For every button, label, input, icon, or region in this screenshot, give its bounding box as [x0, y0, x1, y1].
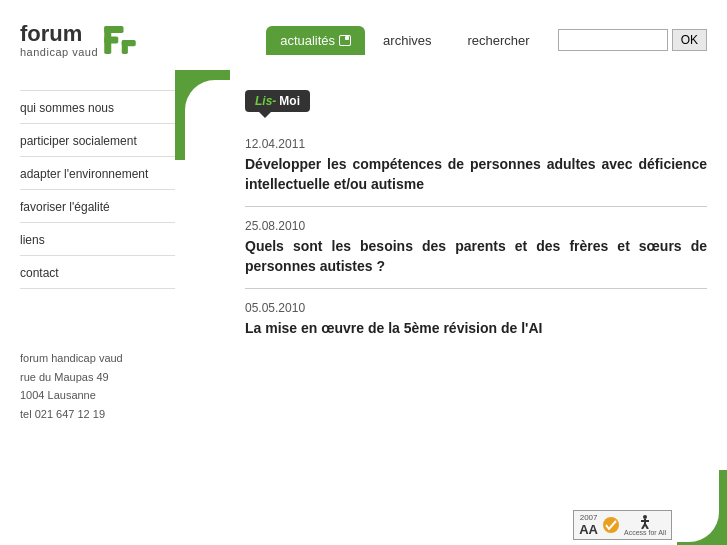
svg-rect-7	[345, 36, 349, 40]
article-date-0: 12.04.2011	[245, 137, 707, 151]
sidebar-link-1[interactable]: participer socialement	[20, 124, 175, 157]
sidebar-link-4[interactable]: liens	[20, 223, 175, 256]
article-0: 12.04.2011Développer les compétences de …	[245, 137, 707, 207]
access-aa-label: AA	[579, 522, 598, 537]
article-title-0[interactable]: Développer les compétences de personnes …	[245, 155, 707, 194]
layout: qui sommes nousparticiper socialementada…	[0, 70, 727, 545]
nav-actualites-label: actualités	[280, 33, 335, 48]
article-1: 25.08.2010Quels sont les besoins des par…	[245, 219, 707, 289]
article-title-1[interactable]: Quels sont les besoins des parents et de…	[245, 237, 707, 276]
logo-sub: handicap vaud	[20, 46, 98, 58]
nav-actualites[interactable]: actualités	[266, 26, 365, 55]
access-checkmark-icon	[602, 516, 620, 534]
logo-text: forum handicap vaud	[20, 22, 98, 58]
article-title-2[interactable]: La mise en œuvre de la 5ème révision de …	[245, 319, 707, 339]
sidebar-link-2[interactable]: adapter l'environnement	[20, 157, 175, 190]
svg-point-8	[603, 517, 619, 533]
sidebar-link-0[interactable]: qui sommes nous	[20, 90, 175, 124]
deco-br	[677, 470, 727, 545]
articles-list: 12.04.2011Développer les compétences de …	[245, 137, 707, 351]
svg-rect-4	[122, 40, 128, 54]
search-button[interactable]: OK	[672, 29, 707, 51]
deco-top-inner	[185, 80, 230, 160]
svg-rect-1	[104, 26, 123, 33]
lis-moi-prefix: Lis-	[255, 94, 276, 108]
accessibility-icon	[637, 515, 653, 529]
nav-rechercher-label: rechercher	[468, 33, 530, 48]
logo-icon	[104, 26, 136, 54]
footer-line2: rue du Maupas 49	[20, 368, 175, 387]
article-date-2: 05.05.2010	[245, 301, 707, 315]
logo-forum: forum	[20, 22, 98, 46]
article-date-1: 25.08.2010	[245, 219, 707, 233]
svg-point-9	[643, 515, 647, 519]
search-area: OK	[558, 29, 707, 51]
nav-actualites-icon	[339, 35, 351, 46]
article-2: 05.05.2010La mise en œuvre de la 5ème ré…	[245, 301, 707, 351]
deco-br-inner	[677, 470, 719, 542]
header: forum handicap vaud actualités archives …	[0, 0, 727, 70]
access-label: Access for All	[624, 529, 666, 536]
logo-area: forum handicap vaud	[20, 22, 136, 58]
nav: actualités archives rechercher	[266, 26, 547, 55]
deco-top	[175, 70, 230, 160]
sidebar-footer: forum handicap vaud rue du Maupas 49 100…	[20, 349, 175, 424]
footer-line3: 1004 Lausanne	[20, 386, 175, 405]
sidebar: qui sommes nousparticiper socialementada…	[0, 70, 175, 545]
nav-rechercher: rechercher	[450, 27, 548, 54]
lis-moi-badge[interactable]: Lis-Moi	[245, 90, 310, 112]
sidebar-link-3[interactable]: favoriser l'égalité	[20, 190, 175, 223]
footer-line1: forum handicap vaud	[20, 349, 175, 368]
access-year: 2007	[580, 513, 598, 522]
search-input[interactable]	[558, 29, 668, 51]
sidebar-link-5[interactable]: contact	[20, 256, 175, 289]
access-for-all-badge: 2007 AA Access for All	[573, 510, 672, 540]
nav-archives-label: archives	[383, 33, 431, 48]
footer-line4: tel 021 647 12 19	[20, 405, 175, 424]
main-content: Lis-Moi 12.04.2011Développer les compéte…	[175, 70, 727, 545]
nav-archives[interactable]: archives	[365, 27, 449, 54]
lis-moi-suffix: Moi	[279, 94, 300, 108]
svg-rect-2	[104, 37, 118, 44]
sidebar-links: qui sommes nousparticiper socialementada…	[20, 90, 175, 289]
